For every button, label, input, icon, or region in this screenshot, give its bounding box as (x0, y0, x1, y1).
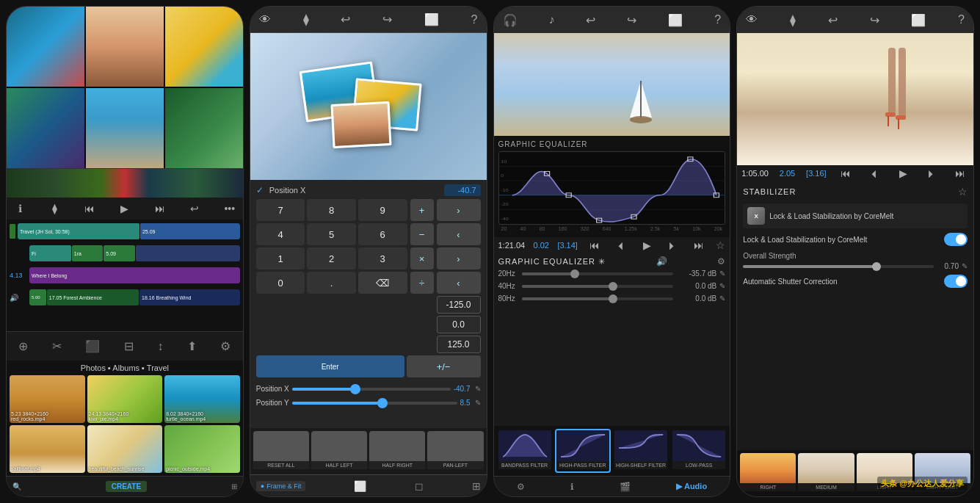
op-mul[interactable]: × (410, 247, 434, 269)
media-thumb-5[interactable]: beautiful_beach_sunrise (87, 425, 163, 473)
track-segment-forest[interactable]: 17.05 Forest Ambience (47, 289, 139, 305)
share4-icon[interactable]: ⬜ (911, 13, 926, 27)
settings-bottom-3[interactable]: ⚙ (517, 482, 525, 492)
band-thumb-20[interactable] (570, 269, 579, 278)
more-icon[interactable]: ••• (222, 203, 237, 214)
play-icon[interactable]: ▶ (117, 203, 132, 214)
move-icon[interactable]: ↕ (157, 340, 163, 353)
bottom-icon-1[interactable]: ⬜ (354, 480, 366, 492)
trans4-back[interactable]: ⏴ (865, 167, 883, 179)
preset4-medium[interactable]: MEDIUM (798, 453, 854, 493)
preset4-right[interactable]: RIGHT (740, 453, 796, 493)
filter-highpass[interactable]: HIGH-PASS FILTER (555, 429, 611, 473)
trim-icon[interactable]: ✂ (52, 339, 62, 353)
plugin-toggle[interactable] (944, 233, 968, 246)
preset-half-right[interactable]: HALF RIGHT (369, 431, 425, 471)
media-thumb-3[interactable]: 8.02 3840×2160turtle_ocean.mp4 (164, 375, 240, 423)
trans4-fwd[interactable]: ⏵ (923, 167, 940, 179)
media-thumb-6[interactable]: picnic_outside.mp4 (164, 425, 240, 473)
track-segment-breath[interactable]: 18.16 Breathing Wind (139, 289, 240, 305)
star-icon-3[interactable]: ☆ (716, 239, 725, 251)
undo4-icon[interactable]: ↩ (828, 13, 838, 27)
track-segment[interactable]: Fi (29, 245, 71, 261)
arrow-left-2[interactable]: ‹ (437, 272, 481, 294)
redo-icon[interactable]: ↪ (382, 12, 392, 26)
media-thumb-4[interactable]: sailboat.mp4 (10, 425, 85, 473)
enter-button[interactable]: Enter (256, 355, 404, 377)
eye4-icon[interactable]: 👁 (746, 13, 758, 26)
eq-graph[interactable]: 10 0 -10 -20 -40 (498, 151, 726, 225)
star-icon-4[interactable]: ☆ (958, 186, 968, 198)
timeline-strip[interactable] (7, 168, 243, 198)
numpad-1[interactable]: 1 (256, 247, 305, 269)
share3-icon[interactable]: ⬜ (668, 13, 683, 27)
layers2-icon[interactable]: ⧫ (303, 12, 309, 26)
media-thumb-1[interactable]: 5.23 3840×2160red_rocks.mp4 (10, 375, 85, 423)
trans-skip-fwd[interactable]: ⏭ (690, 239, 708, 251)
track-segment[interactable] (136, 245, 240, 261)
skip-back-icon[interactable]: ⏮ (82, 203, 97, 214)
frame-fit-button[interactable]: ● Frame & Fit (256, 481, 305, 491)
create-button[interactable]: CREATE (106, 481, 147, 492)
music-icon[interactable]: ♪ (548, 13, 554, 26)
redo3-icon[interactable]: ↪ (627, 13, 636, 27)
track-segment-where[interactable]: Where I Belong (29, 267, 240, 283)
undo-icon[interactable]: ↩ (187, 203, 202, 214)
track-segment[interactable]: Travel (JH Sol, 30:58) (18, 223, 139, 239)
redo4-icon[interactable]: ↪ (870, 13, 879, 27)
numpad-5[interactable]: 5 (307, 223, 356, 245)
preset-reset[interactable]: RESET ALL (253, 431, 309, 471)
slider-thumb-y[interactable] (377, 398, 388, 408)
numpad-8[interactable]: 8 (307, 199, 356, 221)
search-icon[interactable]: 🔍 (12, 482, 21, 491)
preset-pan-left[interactable]: PAN-LEFT (427, 431, 483, 471)
edit-band-40[interactable]: ✎ (719, 282, 725, 290)
trans-fwd[interactable]: ⏵ (664, 239, 681, 251)
help-icon[interactable]: ? (471, 13, 478, 26)
edit-band-20[interactable]: ✎ (719, 269, 725, 278)
track-segment[interactable]: 5.09 (104, 245, 135, 261)
band-thumb-40[interactable] (609, 282, 617, 291)
numpad-6[interactable]: 6 (358, 223, 407, 245)
track-segment[interactable]: 1ra (72, 245, 104, 261)
filter-bandpass[interactable]: BANDPASS FILTER (497, 429, 553, 473)
strength-slider[interactable] (743, 265, 934, 268)
edit-band-80[interactable]: ✎ (719, 294, 725, 303)
trans-back[interactable]: ⏴ (612, 239, 630, 251)
band-slider-80[interactable] (522, 297, 674, 300)
numpad-2[interactable]: 2 (307, 247, 356, 269)
eye-icon[interactable]: 👁 (259, 13, 271, 26)
slider-track-x[interactable] (292, 388, 451, 391)
layers4-icon[interactable]: ⧫ (790, 13, 796, 27)
op-sub[interactable]: − (410, 223, 434, 245)
split-icon[interactable]: ⊟ (124, 339, 134, 353)
op-div[interactable]: ÷ (410, 272, 434, 294)
settings-icon[interactable]: ⚙ (220, 339, 231, 353)
trans-play[interactable]: ▶ (638, 239, 656, 251)
track-segment[interactable]: 5.00 (29, 289, 46, 305)
export-icon[interactable]: ⬆ (187, 339, 197, 353)
trans-skip-back[interactable]: ⏮ (586, 239, 603, 251)
arrow-right-2[interactable]: › (437, 247, 481, 269)
help3-icon[interactable]: ? (714, 13, 721, 26)
slider-thumb-x[interactable] (350, 384, 360, 394)
edit-icon-x[interactable]: ✎ (475, 385, 481, 393)
numpad-4[interactable]: 4 (256, 223, 305, 245)
undo2-icon[interactable]: ↩ (341, 12, 350, 26)
info-bottom-3[interactable]: ℹ (570, 482, 574, 492)
trans4-play[interactable]: ▶ (894, 167, 912, 179)
slider-track-y[interactable] (292, 402, 457, 405)
bottom-icon-2[interactable]: ◻ (415, 480, 424, 492)
arrow-left-1[interactable]: ‹ (437, 223, 481, 245)
skip-forward-icon[interactable]: ⏭ (153, 203, 167, 214)
strength-thumb[interactable] (872, 262, 881, 271)
numpad-dot[interactable]: . (307, 272, 356, 294)
help4-icon[interactable]: ? (958, 13, 965, 26)
numpad-backspace[interactable]: ⌫ (358, 272, 407, 294)
plus-minus-button[interactable]: +/− (407, 355, 481, 377)
band-thumb-80[interactable] (609, 294, 617, 303)
audio-label[interactable]: ▶ Audio (676, 482, 707, 491)
numpad-0[interactable]: 0 (256, 272, 305, 294)
edit-strength[interactable]: ✎ (962, 262, 968, 270)
filter-highshelf[interactable]: HIGH-SHELF FILTER (613, 429, 669, 473)
